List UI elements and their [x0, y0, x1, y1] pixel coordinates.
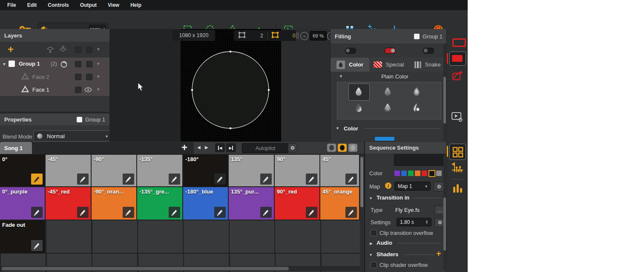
skip-to-start-button[interactable]: ◀ — [215, 143, 225, 152]
draw-mask-icon[interactable] — [451, 70, 463, 84]
clip-cell[interactable]: 45°_orange — [320, 187, 360, 220]
menu-file[interactable]: File — [2, 0, 22, 10]
special-tab-toggle[interactable] — [385, 48, 396, 54]
face2-name[interactable]: Face 2 — [32, 74, 49, 80]
color-swatch-orange[interactable] — [415, 171, 420, 176]
snake-tab-toggle[interactable] — [423, 48, 434, 54]
face1-eye-icon[interactable] — [84, 87, 92, 94]
edit-clip-button[interactable] — [169, 207, 180, 218]
face1-name[interactable]: Face 1 — [32, 87, 49, 93]
add-song-button[interactable]: + — [181, 142, 187, 153]
clip-cell[interactable]: 0° — [0, 155, 46, 186]
face1-solo-toggle[interactable] — [75, 87, 81, 93]
move-layer-down-icon[interactable] — [46, 46, 55, 55]
transition-section-title[interactable]: Transition in — [377, 194, 409, 201]
face2-solo-toggle[interactable] — [75, 74, 81, 80]
menu-controls[interactable]: Controls — [42, 0, 74, 10]
clip-cell-fadeout[interactable]: Fade out — [0, 220, 46, 253]
autopilot-field[interactable]: Autopilot — [242, 143, 289, 153]
clip-cell[interactable]: -90°_oran... — [92, 187, 137, 220]
settings-scrollbar[interactable] — [443, 155, 446, 270]
media-settings-icon[interactable] — [451, 111, 464, 124]
blend-mode-dropdown[interactable]: Normal ▾ — [33, 130, 112, 142]
color-swatch-purple[interactable] — [394, 171, 400, 176]
clip-cell[interactable]: -135° — [137, 155, 183, 186]
edit-clip-button[interactable] — [123, 207, 134, 218]
color-swatch-blue[interactable] — [401, 171, 407, 176]
layer-row-face2[interactable]: Face 2 ▾ — [0, 70, 109, 83]
edit-clip-button[interactable] — [345, 207, 357, 218]
audio-section-title[interactable]: Audio — [377, 240, 392, 246]
grid-vscrollbar[interactable] — [360, 155, 364, 272]
clip-shader-overflow-checkbox[interactable] — [371, 262, 377, 268]
grid-hscrollbar[interactable] — [2, 267, 289, 270]
face1-expand-options-icon[interactable]: ▾ — [97, 87, 100, 92]
clip-cell[interactable]: 135° — [229, 155, 275, 186]
filling-scrollbar[interactable] — [443, 43, 446, 142]
layers-collapse-icon[interactable]: ▾ — [97, 46, 100, 52]
layer-row-face1[interactable]: Face 1 ▾ — [0, 83, 109, 96]
edit-clip-button[interactable] — [31, 207, 43, 218]
clip-cell[interactable]: 90° — [275, 155, 320, 186]
zoom-value-field[interactable]: 69 % — [310, 31, 327, 41]
color-swatch-gray[interactable] — [436, 171, 442, 176]
settings-scrollbar-thumb[interactable] — [443, 197, 446, 251]
edit-clip-button[interactable] — [77, 207, 89, 218]
clip-cell[interactable]: 135°_pur... — [229, 187, 275, 220]
skip-to-end-button[interactable]: ▶ — [226, 143, 236, 152]
layer-toggle-column-icon[interactable] — [75, 46, 81, 53]
face2-visibility-toggle[interactable] — [86, 74, 92, 80]
clip-grid-view-selected[interactable] — [449, 144, 466, 160]
group-expand-options-icon[interactable]: ▾ — [97, 61, 100, 67]
map-info-icon[interactable]: i — [385, 182, 391, 189]
color-swatch-black-selected[interactable] — [428, 170, 435, 177]
plain-color-section-header[interactable]: ▼ Plain Color — [331, 72, 447, 81]
edit-clip-button[interactable] — [260, 174, 272, 185]
layer-row-group1[interactable]: ▼ Group 1 (2) ▾ — [0, 58, 109, 70]
map-dropdown[interactable]: Map 1 ▾ — [394, 182, 431, 191]
playmode-option-3[interactable] — [348, 144, 357, 152]
color-swatch-red[interactable] — [422, 171, 427, 176]
edit-clip-button[interactable] — [260, 207, 272, 218]
timeline-view-icon[interactable] — [451, 162, 464, 177]
tab-special[interactable]: Special — [369, 58, 408, 72]
output-canvas[interactable] — [181, 29, 281, 142]
hue-slider-thumb[interactable] — [375, 137, 394, 141]
menu-help[interactable]: Help — [125, 0, 147, 10]
group-color-checkbox[interactable] — [9, 61, 15, 67]
droplet-variant-5-icon[interactable] — [384, 103, 391, 114]
droplet-variant-6-icon[interactable] — [413, 103, 420, 114]
stats-view-icon[interactable] — [452, 182, 463, 196]
droplet-variant-3-icon[interactable] — [413, 87, 420, 98]
edit-clip-button[interactable] — [123, 174, 134, 185]
clip-cell[interactable]: -180°_blue — [183, 187, 229, 220]
face2-expand-options-icon[interactable]: ▾ — [97, 74, 100, 79]
next-clip-icon[interactable]: ▶ — [205, 145, 208, 150]
edit-clip-button[interactable] — [31, 240, 43, 251]
sequence-notes-field[interactable] — [394, 154, 445, 166]
clip-transition-overflow-checkbox[interactable] — [371, 230, 377, 236]
plain-color-collapse-icon[interactable]: ▼ — [339, 74, 343, 78]
group-solo-toggle[interactable] — [75, 61, 81, 67]
color-tab-toggle[interactable] — [345, 48, 356, 54]
clip-cell[interactable]: -135°_gre... — [137, 187, 183, 220]
color-section-collapse-icon[interactable]: ▼ — [336, 126, 339, 130]
clip-cell[interactable]: 45° — [320, 155, 360, 186]
edit-clip-button[interactable] — [306, 174, 317, 185]
add-shader-button[interactable]: + — [436, 249, 441, 259]
droplet-variant-1-icon[interactable] — [355, 87, 362, 98]
menu-output[interactable]: Output — [75, 0, 102, 10]
droplet-variant-4-icon[interactable] — [355, 103, 362, 114]
group-expand-icon[interactable]: ▼ — [2, 62, 6, 67]
group-blend-icon[interactable] — [60, 60, 68, 69]
edit-clip-button[interactable] — [169, 174, 180, 185]
color-section-header[interactable]: ▼ Color — [331, 124, 447, 133]
layer-visibility-column-icon[interactable] — [86, 46, 92, 53]
clip-cell[interactable]: 90°_red — [275, 187, 320, 220]
edit-clip-button[interactable] — [214, 174, 226, 185]
droplet-variant-2-icon[interactable] — [384, 87, 391, 98]
transition-duration-field[interactable]: 1.80 s ▲▼ — [397, 218, 431, 226]
clip-cell[interactable]: -45° — [46, 155, 92, 186]
menu-edit[interactable]: Edit — [22, 0, 43, 10]
edit-clip-button[interactable] — [345, 174, 357, 185]
